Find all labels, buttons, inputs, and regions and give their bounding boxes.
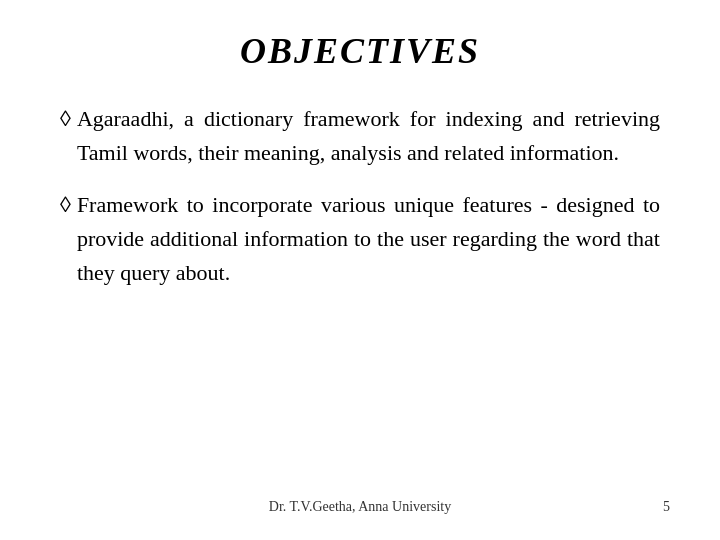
bullet-item-1: ◊ Agaraadhi, a dictionary framework for …	[60, 102, 660, 170]
slide-container: OBJECTIVES ◊ Agaraadhi, a dictionary fra…	[0, 0, 720, 540]
slide-footer: Dr. T.V.Geetha, Anna University 5	[50, 489, 670, 520]
bullet-item-2: ◊ Framework to incorporate various uniqu…	[60, 188, 660, 290]
slide-content: ◊ Agaraadhi, a dictionary framework for …	[50, 102, 670, 489]
bullet-text-2: Framework to incorporate various unique …	[77, 188, 660, 290]
footer-page-number: 5	[663, 499, 670, 515]
slide-title: OBJECTIVES	[50, 30, 670, 72]
bullet-symbol-2: ◊	[60, 188, 71, 221]
bullet-symbol-1: ◊	[60, 102, 71, 135]
bullet-text-1: Agaraadhi, a dictionary framework for in…	[77, 102, 660, 170]
footer-label: Dr. T.V.Geetha, Anna University	[269, 499, 451, 515]
